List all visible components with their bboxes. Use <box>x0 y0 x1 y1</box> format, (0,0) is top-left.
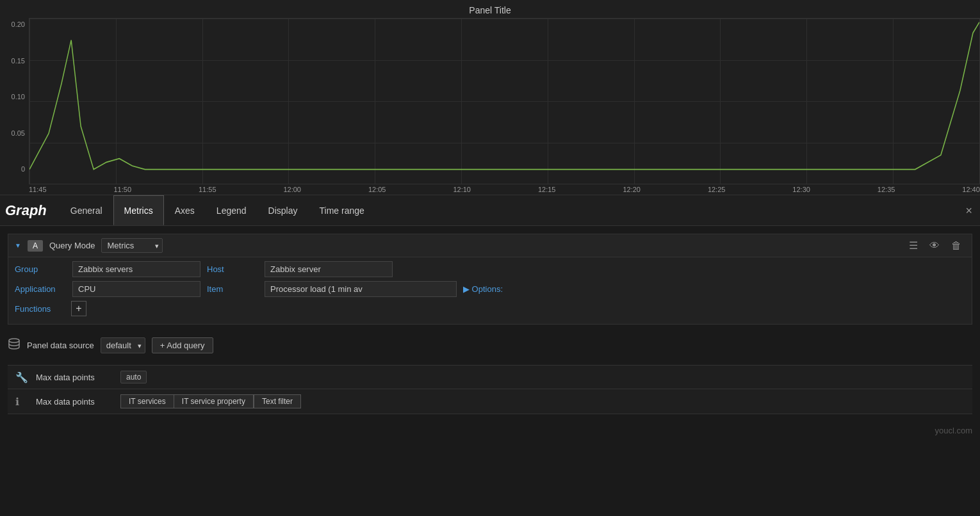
chart-title: Panel Title <box>0 5 980 15</box>
max-data-points-value: auto <box>120 371 147 383</box>
application-label: Application <box>15 284 66 294</box>
application-item-row: Application Item ▶ Options: <box>15 281 965 297</box>
host-input[interactable] <box>265 261 393 277</box>
options-toggle[interactable]: ▶ Options: <box>463 284 503 294</box>
query-actions: ☰ 👁 🗑 <box>905 238 965 253</box>
datasource-select-wrapper[interactable]: default <box>101 337 145 353</box>
help-tabs: IT services IT service property Text fil… <box>120 394 301 408</box>
query-header: ▼ A Query Mode Metrics Text IT Services … <box>8 234 972 257</box>
main-content: ▼ A Query Mode Metrics Text IT Services … <box>0 226 980 422</box>
query-fields: Group Host Application Item ▶ Options: F… <box>8 257 972 324</box>
help-tab-it-service-property[interactable]: IT service property <box>174 394 254 408</box>
datasource-select[interactable]: default <box>101 337 145 353</box>
y-axis: 0.20 0.15 0.10 0.05 0 <box>0 18 29 184</box>
help-tab-it-services[interactable]: IT services <box>120 394 174 408</box>
functions-row: Functions + <box>15 301 965 316</box>
item-input[interactable] <box>265 281 457 297</box>
panel-datasource-label: Panel data source <box>27 341 94 350</box>
watermark: youcl.com <box>0 422 980 439</box>
item-label: Item <box>207 284 258 294</box>
tab-axes[interactable]: Axes <box>164 195 206 225</box>
chart-svg <box>29 19 979 184</box>
tab-legend[interactable]: Legend <box>206 195 257 225</box>
tab-metrics[interactable]: Metrics <box>113 195 164 225</box>
host-label: Host <box>207 264 258 274</box>
options-section: 🔧 Max data points auto ℹ Max data points… <box>8 365 972 414</box>
help-tab-text-filter[interactable]: Text filter <box>254 394 301 408</box>
tab-general[interactable]: General <box>60 195 113 225</box>
max-data-points-row: 🔧 Max data points auto <box>8 366 972 389</box>
svg-point-0 <box>9 339 19 343</box>
application-input[interactable] <box>72 281 200 297</box>
query-menu-button[interactable]: ☰ <box>905 238 922 253</box>
close-button[interactable]: × <box>965 204 972 217</box>
group-input[interactable] <box>72 261 200 277</box>
add-function-button[interactable]: + <box>71 301 86 316</box>
query-mode-select-wrapper[interactable]: Metrics Text IT Services <box>101 238 163 253</box>
bottom-toolbar: Panel data source default + Add query <box>8 331 972 360</box>
chart-area: 0.20 0.15 0.10 0.05 0 <box>0 18 980 184</box>
query-visibility-button[interactable]: 👁 <box>926 239 943 253</box>
query-mode-label: Query Mode <box>49 241 95 250</box>
add-query-button[interactable]: + Add query <box>152 337 213 353</box>
wrench-icon: 🔧 <box>15 371 28 383</box>
functions-label: Functions <box>15 304 66 314</box>
collapse-arrow[interactable]: ▼ <box>15 242 21 249</box>
graph-title: Graph <box>5 202 47 219</box>
query-delete-button[interactable]: 🗑 <box>947 239 965 253</box>
database-icon <box>8 337 20 353</box>
query-label: A <box>28 240 43 252</box>
x-axis-labels: 11:45 11:50 11:55 12:00 12:05 12:10 12:1… <box>0 184 980 193</box>
group-host-row: Group Host <box>15 261 965 277</box>
tab-display[interactable]: Display <box>257 195 309 225</box>
group-label: Group <box>15 264 66 274</box>
chart-container: Panel Title 0.20 0.15 0.10 0.05 0 <box>0 0 980 195</box>
query-mode-select[interactable]: Metrics Text IT Services <box>101 238 163 253</box>
help-key: Max data points <box>36 397 113 407</box>
help-tabs-row: ℹ Max data points IT services IT service… <box>8 389 972 414</box>
query-row: ▼ A Query Mode Metrics Text IT Services … <box>8 234 972 325</box>
max-data-points-key: Max data points <box>36 373 113 382</box>
tab-timerange[interactable]: Time range <box>308 195 375 225</box>
tabs-bar: Graph General Metrics Axes Legend Displa… <box>0 195 980 226</box>
chart-inner <box>29 18 980 184</box>
info-icon: ℹ <box>15 396 28 408</box>
